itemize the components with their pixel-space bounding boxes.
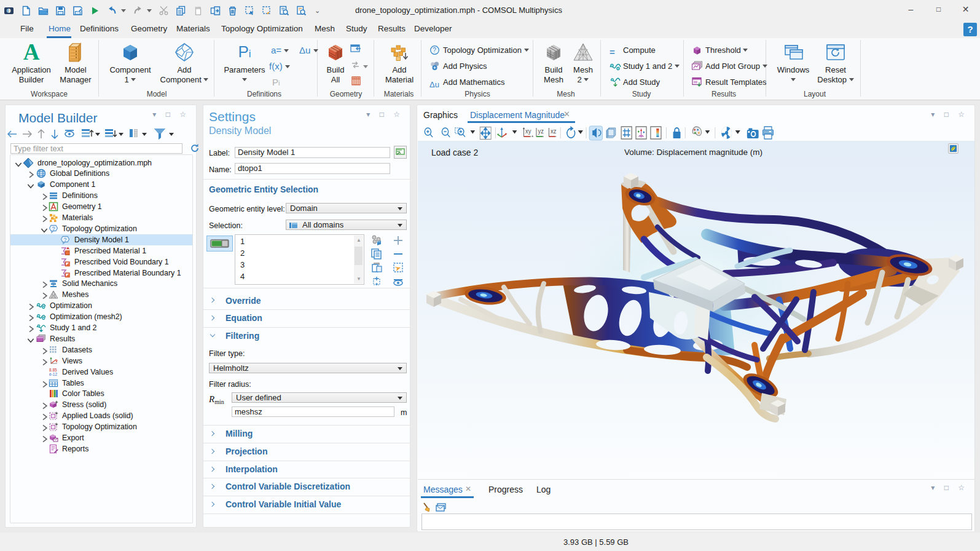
svg-text:?: ? [433,47,436,54]
svg-text:e-12: e-12 [49,372,57,376]
svg-text:8.85: 8.85 [49,368,57,372]
svg-text:?: ? [52,225,55,231]
svg-text:xz: xz [551,127,556,135]
svg-text:?: ? [64,236,67,242]
svg-text:yz: yz [538,127,544,135]
svg-text:xy: xy [525,127,531,135]
